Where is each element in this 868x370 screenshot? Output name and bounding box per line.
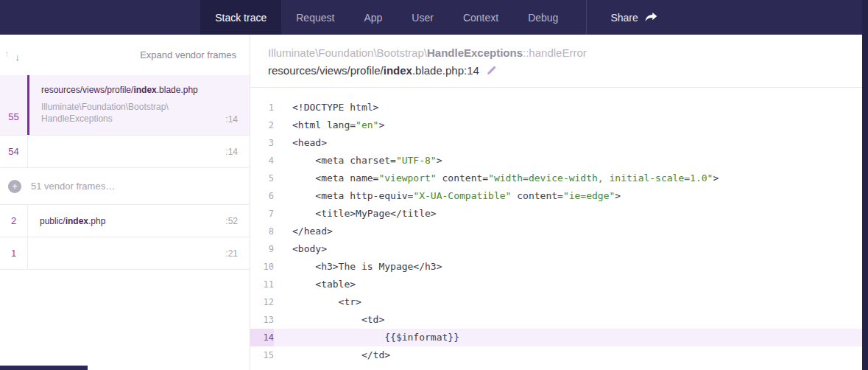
edit-file-pencil-icon[interactable] [486,65,497,76]
line-number: 14 [250,329,274,346]
code-text: <html lang="en"> [274,116,384,134]
tab-stack-trace[interactable]: Stack trace [200,0,281,35]
code-text: <meta name="viewport" content="width=dev… [274,170,719,187]
code-line-3: 3<head> [250,134,868,152]
code-text: </td> [274,346,390,364]
arrow-up-icon: ↑ [4,48,10,59]
code-line-5: 5 <meta name="viewport" content="width=d… [250,170,868,187]
line-number: 15 [250,346,274,364]
share-button[interactable]: Share [600,0,667,35]
line-number: 10 [250,258,274,276]
line-number: 7 [250,205,274,223]
tab-context[interactable]: Context [448,0,513,35]
content-area: ↑ ↓ Expand vendor frames 55resources/vie… [0,35,868,370]
stack-trace-sidebar: ↑ ↓ Expand vendor frames 55resources/vie… [0,35,250,370]
code-viewer: 1<!DOCTYPE html>2<html lang="en">3<head>… [250,88,868,370]
code-line-12: 12 <tr> [250,293,868,311]
code-text: {{$informat}} [274,329,459,346]
expand-vendor-plus-icon[interactable]: + [8,180,21,193]
tab-app[interactable]: App [349,0,397,35]
code-text: <tr> [274,293,361,311]
frame-index: 54 [0,136,27,167]
code-line-7: 7 <title>MyPage</title> [250,205,868,223]
frame-row-54[interactable]: 54:14 [0,136,250,168]
code-text: </head> [274,223,333,240]
share-button-label: Share [610,12,638,24]
arrow-down-icon: ↓ [15,52,21,63]
code-line-9: 9<body> [250,240,868,258]
code-line-4: 4 <meta charset="UTF-8"> [250,152,868,170]
line-number: 4 [250,152,274,170]
frame-namespace: Illuminate\Foundation\Bootstrap\ [268,46,427,59]
next-frame-button[interactable]: ↓ [14,50,22,64]
frame-row-2[interactable]: 2public/index.php:52 [0,205,250,237]
tab-user[interactable]: User [397,0,448,35]
line-number: 8 [250,223,274,240]
code-text: <head> [274,134,327,152]
line-number: 9 [250,240,274,258]
code-text: <title>MyPage</title> [274,205,437,223]
code-text: <td> [274,311,384,329]
frame-line-number: :14 [225,114,238,125]
expand-vendor-frames-link[interactable]: Expand vendor frames [140,49,236,60]
tab-request[interactable]: Request [281,0,349,35]
code-line-2: 2<html lang="en"> [250,116,868,134]
code-line-13: 13 <td> [250,311,868,329]
code-text: <h3>The is Mypage</h3> [274,258,442,276]
tab-debug[interactable]: Debug [513,0,573,35]
code-line-14: 14 {{$informat}} [250,329,868,346]
line-number: 12 [250,293,274,311]
code-line-1: 1<!DOCTYPE html> [250,99,868,116]
frame-file-path: resources/views/profile/index.blade.php [41,85,238,95]
code-line-6: 6 <meta http-equiv="X-UA-Compatible" con… [250,187,868,205]
line-number: 5 [250,170,274,187]
frame-detail-header: Illuminate\Foundation\Bootstrap\HandleEx… [250,35,868,88]
vendor-frames-label: 51 vendor frames… [31,181,115,192]
share-arrow-icon [645,12,657,23]
top-navigation-bar: Stack traceRequestAppUserContextDebug Sh… [0,0,868,35]
top-tabs: Stack traceRequestAppUserContextDebug [200,0,573,35]
frame-line-number: :14 [225,147,238,157]
frame-index: 2 [0,205,27,237]
line-number: 11 [250,276,274,293]
code-text: <table> [274,276,356,293]
code-line-15: 15 </td> [250,346,868,364]
error-debugger-page: Stack traceRequestAppUserContextDebug Sh… [0,0,868,370]
frame-file-line: resources/views/profile/index.blade.php:… [268,64,850,77]
frame-index: 55 [0,75,27,135]
line-number: 13 [250,311,274,329]
frame-line-number: :52 [225,216,238,226]
code-text: <body> [274,240,327,258]
code-text: <meta http-equiv="X-UA-Compatible" conte… [274,187,621,205]
topbar-divider [586,0,587,35]
frame-file-path: resources/views/profile/index.blade.php:… [268,64,479,77]
frame-detail-panel: Illuminate\Foundation\Bootstrap\HandleEx… [250,35,868,370]
frame-method-line: Illuminate\Foundation\Bootstrap\HandleEx… [268,46,850,59]
vendor-frames-row[interactable]: +51 vendor frames… [0,168,250,205]
frame-method-name: ::handleError [523,46,587,59]
line-number: 6 [250,187,274,205]
frame-class-name: HandleExceptions [427,46,523,59]
code-text: <!DOCTYPE html> [274,99,378,116]
code-line-11: 11 <table> [250,276,868,293]
frame-navigation: ↑ ↓ [3,46,21,64]
code-line-8: 8</head> [250,223,868,240]
frame-line-number: :21 [225,248,238,259]
code-line-10: 10 <h3>The is Mypage</h3> [250,258,868,276]
frame-file-path: public/index.php [40,216,105,226]
frame-class: Illuminate\Foundation\Bootstrap\HandleEx… [41,102,169,125]
previous-frame-button[interactable]: ↑ [3,46,11,60]
line-number: 1 [250,99,274,116]
sidebar-header: ↑ ↓ Expand vendor frames [0,35,250,75]
frame-row-1[interactable]: 1:21 [0,237,250,270]
frame-row-55[interactable]: 55resources/views/profile/index.blade.ph… [0,75,250,136]
code-text: <meta charset="UTF-8"> [274,152,442,170]
page-scrollbar-track[interactable] [862,0,868,370]
frame-list: 55resources/views/profile/index.blade.ph… [0,75,250,270]
frame-index: 1 [0,237,27,269]
line-number: 3 [250,134,274,152]
line-number: 2 [250,116,274,134]
next-section-edge [0,366,88,370]
